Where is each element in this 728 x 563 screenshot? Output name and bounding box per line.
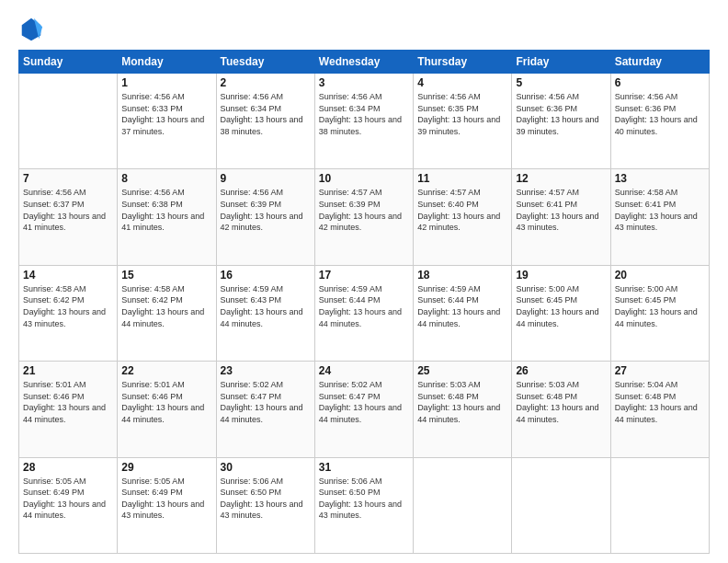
weekday-header-friday: Friday — [512, 51, 610, 74]
calendar-cell: 27Sunrise: 5:04 AMSunset: 6:48 PMDayligh… — [610, 362, 709, 457]
day-number: 15 — [121, 269, 211, 282]
day-number: 13 — [615, 172, 705, 185]
calendar-cell: 25Sunrise: 5:03 AMSunset: 6:48 PMDayligh… — [414, 362, 512, 457]
cell-info: Sunrise: 4:58 AMSunset: 6:42 PMDaylight:… — [23, 283, 113, 329]
day-number: 3 — [319, 76, 409, 89]
weekday-header-sunday: Sunday — [19, 51, 118, 74]
calendar-cell: 10Sunrise: 4:57 AMSunset: 6:39 PMDayligh… — [314, 169, 413, 265]
cell-info: Sunrise: 5:06 AMSunset: 6:50 PMDaylight:… — [221, 476, 311, 522]
calendar-cell: 3Sunrise: 4:56 AMSunset: 6:34 PMDaylight… — [314, 74, 413, 169]
week-row-2: 7Sunrise: 4:56 AMSunset: 6:37 PMDaylight… — [19, 169, 710, 265]
weekday-header-saturday: Saturday — [610, 51, 709, 74]
cell-info: Sunrise: 5:02 AMSunset: 6:47 PMDaylight:… — [319, 379, 409, 425]
cell-info: Sunrise: 4:58 AMSunset: 6:42 PMDaylight:… — [121, 283, 211, 329]
calendar-table: SundayMondayTuesdayWednesdayThursdayFrid… — [18, 50, 710, 554]
weekday-header-row: SundayMondayTuesdayWednesdayThursdayFrid… — [19, 51, 710, 74]
calendar-cell: 4Sunrise: 4:56 AMSunset: 6:35 PMDaylight… — [414, 74, 512, 169]
cell-info: Sunrise: 4:56 AMSunset: 6:38 PMDaylight:… — [121, 187, 211, 233]
calendar-cell: 18Sunrise: 4:59 AMSunset: 6:44 PMDayligh… — [414, 265, 512, 361]
day-number: 21 — [23, 364, 113, 377]
calendar-cell: 20Sunrise: 5:00 AMSunset: 6:45 PMDayligh… — [610, 265, 709, 361]
cell-info: Sunrise: 5:03 AMSunset: 6:48 PMDaylight:… — [516, 379, 606, 425]
calendar-cell: 30Sunrise: 5:06 AMSunset: 6:50 PMDayligh… — [216, 457, 314, 553]
calendar-cell: 14Sunrise: 4:58 AMSunset: 6:42 PMDayligh… — [19, 265, 118, 361]
weekday-header-tuesday: Tuesday — [216, 51, 314, 74]
calendar-cell: 28Sunrise: 5:05 AMSunset: 6:49 PMDayligh… — [19, 457, 118, 553]
day-number: 1 — [121, 76, 211, 89]
day-number: 23 — [221, 364, 311, 377]
calendar-cell: 2Sunrise: 4:56 AMSunset: 6:34 PMDaylight… — [216, 74, 314, 169]
cell-info: Sunrise: 5:06 AMSunset: 6:50 PMDaylight:… — [319, 476, 409, 522]
calendar-cell: 7Sunrise: 4:56 AMSunset: 6:37 PMDaylight… — [19, 169, 118, 265]
day-number: 4 — [417, 76, 507, 89]
calendar-cell: 22Sunrise: 5:01 AMSunset: 6:46 PMDayligh… — [118, 362, 216, 457]
weekday-header-monday: Monday — [118, 51, 216, 74]
cell-info: Sunrise: 4:59 AMSunset: 6:44 PMDaylight:… — [319, 283, 409, 329]
cell-info: Sunrise: 4:56 AMSunset: 6:33 PMDaylight:… — [121, 91, 211, 137]
cell-info: Sunrise: 4:57 AMSunset: 6:39 PMDaylight:… — [319, 187, 409, 233]
day-number: 31 — [319, 461, 409, 474]
cell-info: Sunrise: 5:02 AMSunset: 6:47 PMDaylight:… — [221, 379, 311, 425]
calendar-cell: 29Sunrise: 5:05 AMSunset: 6:49 PMDayligh… — [118, 457, 216, 553]
cell-info: Sunrise: 4:59 AMSunset: 6:44 PMDaylight:… — [417, 283, 507, 329]
day-number: 25 — [417, 364, 507, 377]
day-number: 12 — [516, 172, 606, 185]
cell-info: Sunrise: 4:58 AMSunset: 6:41 PMDaylight:… — [615, 187, 705, 233]
week-row-5: 28Sunrise: 5:05 AMSunset: 6:49 PMDayligh… — [19, 457, 710, 553]
day-number: 17 — [319, 269, 409, 282]
day-number: 18 — [417, 269, 507, 282]
cell-info: Sunrise: 4:56 AMSunset: 6:35 PMDaylight:… — [417, 91, 507, 137]
calendar-cell: 5Sunrise: 4:56 AMSunset: 6:36 PMDaylight… — [512, 74, 610, 169]
cell-info: Sunrise: 4:59 AMSunset: 6:43 PMDaylight:… — [221, 283, 311, 329]
calendar-cell: 23Sunrise: 5:02 AMSunset: 6:47 PMDayligh… — [216, 362, 314, 457]
logo — [18, 17, 48, 42]
weekday-header-thursday: Thursday — [414, 51, 512, 74]
calendar-cell: 17Sunrise: 4:59 AMSunset: 6:44 PMDayligh… — [314, 265, 413, 361]
cell-info: Sunrise: 4:56 AMSunset: 6:39 PMDaylight:… — [221, 187, 311, 233]
calendar-cell: 26Sunrise: 5:03 AMSunset: 6:48 PMDayligh… — [512, 362, 610, 457]
day-number: 26 — [516, 364, 606, 377]
day-number: 14 — [23, 269, 113, 282]
page: SundayMondayTuesdayWednesdayThursdayFrid… — [0, 0, 728, 563]
day-number: 2 — [221, 76, 311, 89]
cell-info: Sunrise: 5:03 AMSunset: 6:48 PMDaylight:… — [417, 379, 507, 425]
cell-info: Sunrise: 4:56 AMSunset: 6:37 PMDaylight:… — [23, 187, 113, 233]
day-number: 8 — [121, 172, 211, 185]
calendar-cell: 24Sunrise: 5:02 AMSunset: 6:47 PMDayligh… — [314, 362, 413, 457]
day-number: 10 — [319, 172, 409, 185]
day-number: 27 — [615, 364, 705, 377]
cell-info: Sunrise: 5:04 AMSunset: 6:48 PMDaylight:… — [615, 379, 705, 425]
header — [18, 17, 710, 42]
calendar-cell — [19, 74, 118, 169]
calendar-cell: 13Sunrise: 4:58 AMSunset: 6:41 PMDayligh… — [610, 169, 709, 265]
calendar-cell: 6Sunrise: 4:56 AMSunset: 6:36 PMDaylight… — [610, 74, 709, 169]
day-number: 24 — [319, 364, 409, 377]
calendar-cell: 19Sunrise: 5:00 AMSunset: 6:45 PMDayligh… — [512, 265, 610, 361]
calendar-cell: 21Sunrise: 5:01 AMSunset: 6:46 PMDayligh… — [19, 362, 118, 457]
day-number: 20 — [615, 269, 705, 282]
cell-info: Sunrise: 4:56 AMSunset: 6:36 PMDaylight:… — [516, 91, 606, 137]
cell-info: Sunrise: 4:56 AMSunset: 6:36 PMDaylight:… — [615, 91, 705, 137]
calendar-cell: 15Sunrise: 4:58 AMSunset: 6:42 PMDayligh… — [118, 265, 216, 361]
cell-info: Sunrise: 5:00 AMSunset: 6:45 PMDaylight:… — [615, 283, 705, 329]
calendar-cell: 11Sunrise: 4:57 AMSunset: 6:40 PMDayligh… — [414, 169, 512, 265]
day-number: 16 — [221, 269, 311, 282]
cell-info: Sunrise: 5:05 AMSunset: 6:49 PMDaylight:… — [121, 476, 211, 522]
cell-info: Sunrise: 4:57 AMSunset: 6:41 PMDaylight:… — [516, 187, 606, 233]
cell-info: Sunrise: 5:05 AMSunset: 6:49 PMDaylight:… — [23, 476, 113, 522]
day-number: 6 — [615, 76, 705, 89]
calendar-cell — [512, 457, 610, 553]
day-number: 29 — [121, 461, 211, 474]
calendar-cell: 16Sunrise: 4:59 AMSunset: 6:43 PMDayligh… — [216, 265, 314, 361]
cell-info: Sunrise: 5:01 AMSunset: 6:46 PMDaylight:… — [121, 379, 211, 425]
calendar-cell — [414, 457, 512, 553]
week-row-4: 21Sunrise: 5:01 AMSunset: 6:46 PMDayligh… — [19, 362, 710, 457]
day-number: 7 — [23, 172, 113, 185]
calendar-cell: 8Sunrise: 4:56 AMSunset: 6:38 PMDaylight… — [118, 169, 216, 265]
week-row-3: 14Sunrise: 4:58 AMSunset: 6:42 PMDayligh… — [19, 265, 710, 361]
calendar-cell: 1Sunrise: 4:56 AMSunset: 6:33 PMDaylight… — [118, 74, 216, 169]
day-number: 9 — [221, 172, 311, 185]
cell-info: Sunrise: 4:56 AMSunset: 6:34 PMDaylight:… — [319, 91, 409, 137]
cell-info: Sunrise: 5:01 AMSunset: 6:46 PMDaylight:… — [23, 379, 113, 425]
day-number: 22 — [121, 364, 211, 377]
